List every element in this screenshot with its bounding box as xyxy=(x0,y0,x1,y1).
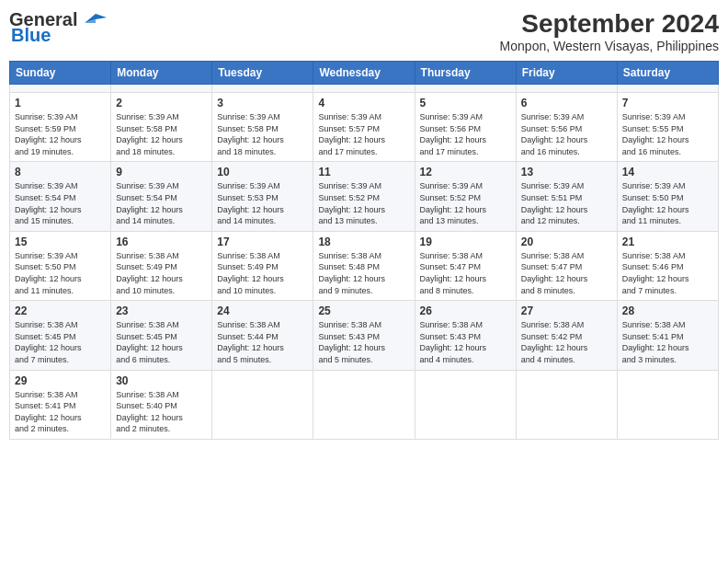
day-info: Sunrise: 5:38 AM Sunset: 5:41 PM Dayligh… xyxy=(15,389,106,435)
calendar-cell: 2Sunrise: 5:39 AM Sunset: 5:58 PM Daylig… xyxy=(111,93,212,162)
day-info: Sunrise: 5:39 AM Sunset: 5:50 PM Dayligh… xyxy=(622,180,713,226)
week-row-3: 15Sunrise: 5:39 AM Sunset: 5:50 PM Dayli… xyxy=(10,231,719,300)
calendar-cell xyxy=(212,370,313,439)
calendar-cell: 28Sunrise: 5:38 AM Sunset: 5:41 PM Dayli… xyxy=(617,301,718,370)
day-info: Sunrise: 5:39 AM Sunset: 5:52 PM Dayligh… xyxy=(318,180,409,226)
calendar-cell: 14Sunrise: 5:39 AM Sunset: 5:50 PM Dayli… xyxy=(617,162,718,231)
weekday-header-saturday: Saturday xyxy=(617,62,718,85)
day-info: Sunrise: 5:38 AM Sunset: 5:42 PM Dayligh… xyxy=(521,319,612,365)
calendar-cell xyxy=(10,85,111,93)
day-number: 15 xyxy=(15,236,106,248)
day-number: 7 xyxy=(622,97,713,109)
logo-blue: Blue xyxy=(11,25,51,46)
page-header: General Blue September 2024 Monpon, West… xyxy=(9,9,719,53)
day-number: 11 xyxy=(318,166,409,178)
calendar-cell: 10Sunrise: 5:39 AM Sunset: 5:53 PM Dayli… xyxy=(212,162,313,231)
day-info: Sunrise: 5:38 AM Sunset: 5:49 PM Dayligh… xyxy=(116,250,207,296)
day-info: Sunrise: 5:38 AM Sunset: 5:47 PM Dayligh… xyxy=(420,250,511,296)
calendar-cell: 19Sunrise: 5:38 AM Sunset: 5:47 PM Dayli… xyxy=(415,231,516,300)
weekday-header-sunday: Sunday xyxy=(10,62,111,85)
calendar-cell: 6Sunrise: 5:39 AM Sunset: 5:56 PM Daylig… xyxy=(516,93,617,162)
day-number: 18 xyxy=(318,236,409,248)
day-number: 6 xyxy=(521,97,612,109)
weekday-header-thursday: Thursday xyxy=(415,62,516,85)
day-number: 28 xyxy=(622,304,713,317)
day-info: Sunrise: 5:39 AM Sunset: 5:51 PM Dayligh… xyxy=(521,180,612,226)
calendar-table: SundayMondayTuesdayWednesdayThursdayFrid… xyxy=(9,61,719,440)
day-info: Sunrise: 5:38 AM Sunset: 5:40 PM Dayligh… xyxy=(116,389,207,435)
day-info: Sunrise: 5:38 AM Sunset: 5:45 PM Dayligh… xyxy=(15,319,106,365)
weekday-header-tuesday: Tuesday xyxy=(212,62,313,85)
calendar-cell: 3Sunrise: 5:39 AM Sunset: 5:58 PM Daylig… xyxy=(212,93,313,162)
week-row-5: 29Sunrise: 5:38 AM Sunset: 5:41 PM Dayli… xyxy=(10,370,719,439)
week-row-1: 1Sunrise: 5:39 AM Sunset: 5:59 PM Daylig… xyxy=(10,93,719,162)
calendar-cell: 24Sunrise: 5:38 AM Sunset: 5:44 PM Dayli… xyxy=(212,301,313,370)
weekday-header-wednesday: Wednesday xyxy=(313,62,415,85)
day-number: 30 xyxy=(116,374,207,387)
calendar-cell: 8Sunrise: 5:39 AM Sunset: 5:54 PM Daylig… xyxy=(10,162,111,231)
day-info: Sunrise: 5:39 AM Sunset: 5:58 PM Dayligh… xyxy=(116,111,207,157)
day-number: 29 xyxy=(15,374,106,387)
calendar-cell xyxy=(516,370,617,439)
day-info: Sunrise: 5:38 AM Sunset: 5:41 PM Dayligh… xyxy=(622,319,713,365)
day-info: Sunrise: 5:38 AM Sunset: 5:44 PM Dayligh… xyxy=(217,319,308,365)
day-number: 26 xyxy=(420,304,511,317)
day-number: 20 xyxy=(521,236,612,248)
calendar-cell: 9Sunrise: 5:39 AM Sunset: 5:54 PM Daylig… xyxy=(111,162,212,231)
calendar-cell: 13Sunrise: 5:39 AM Sunset: 5:51 PM Dayli… xyxy=(516,162,617,231)
calendar-cell: 18Sunrise: 5:38 AM Sunset: 5:48 PM Dayli… xyxy=(313,231,415,300)
calendar-cell: 22Sunrise: 5:38 AM Sunset: 5:45 PM Dayli… xyxy=(10,301,111,370)
week-row-2: 8Sunrise: 5:39 AM Sunset: 5:54 PM Daylig… xyxy=(10,162,719,231)
calendar-cell: 23Sunrise: 5:38 AM Sunset: 5:45 PM Dayli… xyxy=(111,301,212,370)
day-number: 17 xyxy=(217,236,308,248)
calendar-cell xyxy=(313,85,415,93)
day-info: Sunrise: 5:38 AM Sunset: 5:45 PM Dayligh… xyxy=(116,319,207,365)
day-number: 1 xyxy=(15,97,106,109)
weekday-header-monday: Monday xyxy=(111,62,212,85)
day-info: Sunrise: 5:38 AM Sunset: 5:47 PM Dayligh… xyxy=(521,250,612,296)
day-info: Sunrise: 5:39 AM Sunset: 5:54 PM Dayligh… xyxy=(15,180,106,226)
day-info: Sunrise: 5:39 AM Sunset: 5:59 PM Dayligh… xyxy=(15,111,106,157)
calendar-cell xyxy=(313,370,415,439)
calendar-cell xyxy=(111,85,212,93)
day-info: Sunrise: 5:39 AM Sunset: 5:58 PM Dayligh… xyxy=(217,111,308,157)
day-number: 5 xyxy=(420,97,511,109)
day-info: Sunrise: 5:38 AM Sunset: 5:43 PM Dayligh… xyxy=(420,319,511,365)
calendar-cell: 12Sunrise: 5:39 AM Sunset: 5:52 PM Dayli… xyxy=(415,162,516,231)
logo: General Blue xyxy=(9,9,107,46)
calendar-cell: 17Sunrise: 5:38 AM Sunset: 5:49 PM Dayli… xyxy=(212,231,313,300)
day-info: Sunrise: 5:39 AM Sunset: 5:50 PM Dayligh… xyxy=(15,250,106,296)
calendar-cell xyxy=(415,85,516,93)
calendar-cell: 26Sunrise: 5:38 AM Sunset: 5:43 PM Dayli… xyxy=(415,301,516,370)
day-number: 21 xyxy=(622,236,713,248)
weekday-header-friday: Friday xyxy=(516,62,617,85)
day-info: Sunrise: 5:39 AM Sunset: 5:56 PM Dayligh… xyxy=(420,111,511,157)
calendar-cell: 16Sunrise: 5:38 AM Sunset: 5:49 PM Dayli… xyxy=(111,231,212,300)
day-number: 3 xyxy=(217,97,308,109)
day-number: 4 xyxy=(318,97,409,109)
day-number: 8 xyxy=(15,166,106,178)
calendar-cell: 29Sunrise: 5:38 AM Sunset: 5:41 PM Dayli… xyxy=(10,370,111,439)
calendar-cell: 15Sunrise: 5:39 AM Sunset: 5:50 PM Dayli… xyxy=(10,231,111,300)
calendar-cell: 1Sunrise: 5:39 AM Sunset: 5:59 PM Daylig… xyxy=(10,93,111,162)
day-info: Sunrise: 5:39 AM Sunset: 5:55 PM Dayligh… xyxy=(622,111,713,157)
day-number: 2 xyxy=(116,97,207,109)
day-number: 10 xyxy=(217,166,308,178)
day-number: 24 xyxy=(217,304,308,317)
week-row-0 xyxy=(10,85,719,93)
calendar-subtitle: Monpon, Western Visayas, Philippines xyxy=(500,39,719,53)
day-info: Sunrise: 5:38 AM Sunset: 5:43 PM Dayligh… xyxy=(318,319,409,365)
day-number: 23 xyxy=(116,304,207,317)
calendar-cell: 30Sunrise: 5:38 AM Sunset: 5:40 PM Dayli… xyxy=(111,370,212,439)
calendar-cell: 21Sunrise: 5:38 AM Sunset: 5:46 PM Dayli… xyxy=(617,231,718,300)
day-number: 22 xyxy=(15,304,106,317)
day-number: 9 xyxy=(116,166,207,178)
week-row-4: 22Sunrise: 5:38 AM Sunset: 5:45 PM Dayli… xyxy=(10,301,719,370)
title-block: September 2024 Monpon, Western Visayas, … xyxy=(500,9,719,53)
day-number: 16 xyxy=(116,236,207,248)
day-info: Sunrise: 5:39 AM Sunset: 5:56 PM Dayligh… xyxy=(521,111,612,157)
day-info: Sunrise: 5:39 AM Sunset: 5:57 PM Dayligh… xyxy=(318,111,409,157)
calendar-cell xyxy=(516,85,617,93)
logo-bird-icon xyxy=(77,10,107,30)
calendar-cell: 25Sunrise: 5:38 AM Sunset: 5:43 PM Dayli… xyxy=(313,301,415,370)
